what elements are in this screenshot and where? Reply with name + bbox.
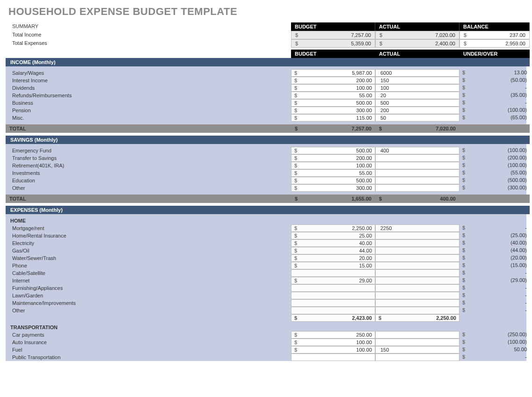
cell: $(35.00) [459,92,530,99]
data-row: Public Transportation$- [6,354,526,361]
cell[interactable] [375,239,459,247]
cell[interactable]: $55.00 [291,92,375,99]
summary-cell[interactable]: $7,020.00 [375,31,459,39]
row-label: Cable/Satellite [6,269,291,277]
cell[interactable] [291,354,375,361]
cell[interactable]: $250.00 [291,331,375,339]
cell[interactable]: $40.00 [291,239,375,247]
subtotal-cell: $2,250.00 [375,314,459,322]
cell[interactable] [375,277,459,284]
cell[interactable] [291,299,375,307]
cell[interactable] [375,354,459,361]
summary-block: SUMMARY BUDGET ACTUAL BALANCE Total Inco… [6,22,526,48]
cell[interactable]: $15.00 [291,262,375,269]
cell[interactable] [375,284,459,292]
cell[interactable]: $100.00 [291,346,375,354]
summary-cell[interactable]: $2,400.00 [375,39,459,48]
cell[interactable]: 150 [375,346,459,354]
cell[interactable]: $500.00 [291,99,375,107]
cell[interactable] [375,177,459,184]
col-header-actual: ACTUAL [375,50,459,58]
cell: $- [459,284,530,292]
cell[interactable]: $100.00 [291,339,375,346]
cell: $(55.00) [459,169,530,177]
cell[interactable]: $500.00 [291,177,375,184]
cell[interactable]: $200.00 [291,154,375,162]
cell: $(500.00) [459,177,530,184]
row-label: Investments [6,169,291,177]
cell[interactable]: $29.00 [291,277,375,284]
summary-header-balance: BALANCE [459,22,530,31]
row-label: Dividends [6,84,291,92]
cell[interactable] [375,162,459,169]
cell[interactable] [375,184,459,192]
summary-row-label: Total Income [6,31,291,39]
cell[interactable] [375,331,459,339]
cell[interactable]: $115.00 [291,114,375,122]
cell[interactable] [291,307,375,314]
cell[interactable] [375,254,459,262]
cell: $- [459,354,530,361]
data-row: Misc.$115.0050$(65.00) [6,114,526,122]
section-title: INCOME (Monthly) [6,58,530,66]
summary-cell[interactable]: $237.00 [459,31,530,39]
cell[interactable]: $5,987.00 [291,69,375,77]
summary-cell[interactable]: $7,257.00 [291,31,375,39]
cell[interactable]: $200.00 [291,77,375,84]
cell[interactable]: 20 [375,92,459,99]
cell[interactable] [291,269,375,277]
cell[interactable] [375,339,459,346]
summary-header-budget: BUDGET [291,22,375,31]
cell[interactable]: $55.00 [291,169,375,177]
cell[interactable] [375,292,459,299]
cell[interactable]: 100 [375,84,459,92]
column-headers: BUDGET ACTUAL UNDER/OVER [6,50,526,58]
cell[interactable]: $500.00 [291,147,375,154]
data-row: Pension$300.00200$(100.00) [6,107,526,114]
cell[interactable]: 2250 [375,224,459,232]
cell[interactable]: 6000 [375,69,459,77]
summary-cell[interactable]: $2,959.00 [459,39,530,48]
subtotal-row: $2,423.00$2,250.00 [6,314,526,322]
data-row: Dividends$100.00100$- [6,84,526,92]
cell[interactable]: 500 [375,99,459,107]
data-row: Auto Insurance$100.00$(100.00) [6,339,526,346]
cell[interactable] [375,232,459,239]
cell[interactable]: 400 [375,147,459,154]
summary-cell[interactable]: $5,359.00 [291,39,375,48]
summary-row-label: Total Expenses [6,39,291,48]
row-label: Transfer to Savings [6,154,291,162]
section-title: SAVINGS (Monthly) [6,136,530,144]
cell[interactable]: $25.00 [291,232,375,239]
cell: $- [459,292,530,299]
cell[interactable] [375,169,459,177]
cell[interactable] [375,154,459,162]
row-label: Water/Sewer/Trash [6,254,291,262]
subtotal-cell: $2,423.00 [291,314,375,322]
cell[interactable]: $44.00 [291,247,375,254]
cell: $(15.00) [459,262,530,269]
cell[interactable]: $100.00 [291,84,375,92]
row-label: Auto Insurance [6,339,291,346]
row-label: Other [6,184,291,192]
section-title: EXPENSES (Monthly) [6,206,530,214]
row-label: Business [6,99,291,107]
cell[interactable] [375,247,459,254]
cell[interactable]: 50 [375,114,459,122]
cell[interactable] [375,307,459,314]
cell[interactable]: 150 [375,77,459,84]
cell[interactable]: $20.00 [291,254,375,262]
cell[interactable]: $2,250.00 [291,224,375,232]
cell[interactable]: $300.00 [291,184,375,192]
data-row: Transfer to Savings$200.00$(200.00) [6,154,526,162]
cell[interactable] [375,262,459,269]
cell[interactable]: $100.00 [291,162,375,169]
cell[interactable] [291,284,375,292]
cell[interactable]: $300.00 [291,107,375,114]
data-row: Home/Rental Insurance$25.00$(25.00) [6,232,526,239]
cell[interactable] [375,269,459,277]
cell[interactable] [291,292,375,299]
cell[interactable]: 200 [375,107,459,114]
cell[interactable] [375,299,459,307]
cell: $(44.00) [459,247,530,254]
